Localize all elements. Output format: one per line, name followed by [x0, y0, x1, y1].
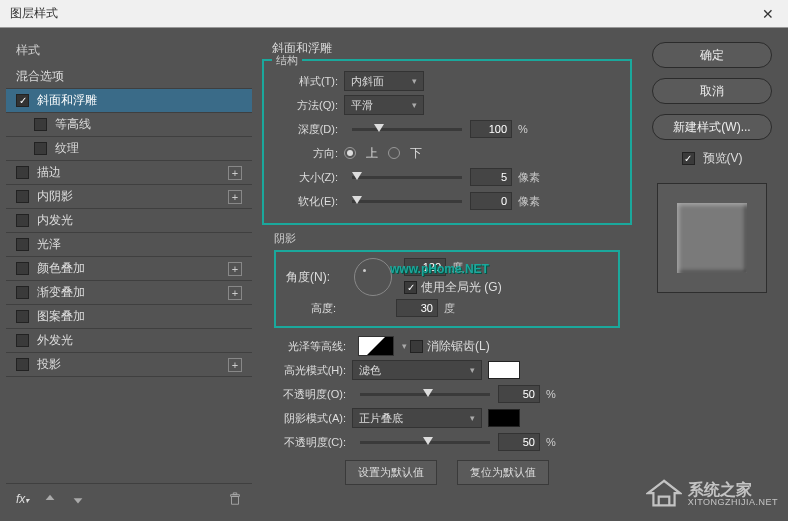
style-item-11[interactable]: 投影+	[6, 353, 252, 377]
antialias-checkbox[interactable]	[410, 340, 423, 353]
down-label: 下	[410, 145, 422, 162]
style-label: 渐变叠加	[37, 284, 85, 301]
close-button[interactable]: ✕	[748, 0, 788, 28]
preview-swatch	[677, 203, 747, 273]
style-item-6[interactable]: 光泽	[6, 233, 252, 257]
direction-up-radio[interactable]	[344, 147, 356, 159]
make-default-button[interactable]: 设置为默认值	[345, 460, 437, 485]
add-effect-icon[interactable]: +	[228, 262, 242, 276]
hl-pct: %	[546, 388, 576, 400]
structure-legend: 结构	[272, 53, 302, 68]
style-checkbox[interactable]	[16, 286, 29, 299]
style-checkbox[interactable]	[16, 238, 29, 251]
style-item-1[interactable]: 等高线	[6, 113, 252, 137]
shadow-opacity-slider[interactable]	[360, 441, 490, 444]
style-item-5[interactable]: 内发光	[6, 209, 252, 233]
soften-slider[interactable]	[352, 200, 462, 203]
style-label: 光泽	[37, 236, 61, 253]
add-effect-icon[interactable]: +	[228, 358, 242, 372]
angle-dial[interactable]	[354, 258, 392, 296]
ok-button[interactable]: 确定	[652, 42, 772, 68]
styles-list: 混合选项 ✓斜面和浮雕等高线纹理描边+内阴影+内发光光泽颜色叠加+渐变叠加+图案…	[6, 65, 252, 483]
styles-sidebar: 样式 混合选项 ✓斜面和浮雕等高线纹理描边+内阴影+内发光光泽颜色叠加+渐变叠加…	[6, 36, 252, 513]
add-effect-icon[interactable]: +	[228, 166, 242, 180]
depth-slider[interactable]	[352, 128, 462, 131]
trash-icon[interactable]	[228, 492, 242, 506]
direction-label: 方向:	[276, 146, 344, 161]
style-select[interactable]: 内斜面	[344, 71, 424, 91]
style-label: 描边	[37, 164, 61, 181]
altitude-input[interactable]	[396, 299, 438, 317]
highlight-mode-label: 高光模式(H):	[274, 363, 352, 378]
style-item-8[interactable]: 渐变叠加+	[6, 281, 252, 305]
style-checkbox[interactable]	[16, 310, 29, 323]
style-checkbox[interactable]	[34, 118, 47, 131]
move-down-icon[interactable]	[71, 492, 85, 506]
direction-down-radio[interactable]	[388, 147, 400, 159]
blending-options-label: 混合选项	[16, 68, 64, 85]
method-select[interactable]: 平滑	[344, 95, 424, 115]
angle-input[interactable]	[404, 258, 446, 276]
shadow-mode-select[interactable]: 正片叠底	[352, 408, 482, 428]
reset-default-button[interactable]: 复位为默认值	[457, 460, 549, 485]
style-label: 样式(T):	[276, 74, 344, 89]
highlight-color-swatch[interactable]	[488, 361, 520, 379]
style-checkbox[interactable]	[16, 214, 29, 227]
soften-label: 软化(E):	[276, 194, 344, 209]
soften-input[interactable]	[470, 192, 512, 210]
style-checkbox[interactable]	[16, 262, 29, 275]
style-checkbox[interactable]	[16, 190, 29, 203]
style-item-9[interactable]: 图案叠加	[6, 305, 252, 329]
size-input[interactable]	[470, 168, 512, 186]
shading-group: 阴影 角度(N): 度 使用全局光 (G)	[262, 231, 632, 495]
altitude-unit: 度	[444, 301, 474, 316]
preview-box	[657, 183, 767, 293]
highlight-opacity-label: 不透明度(O):	[274, 387, 352, 402]
sh-pct: %	[546, 436, 576, 448]
dialog-body: 样式 混合选项 ✓斜面和浮雕等高线纹理描边+内阴影+内发光光泽颜色叠加+渐变叠加…	[0, 28, 788, 521]
highlight-opacity-input[interactable]	[498, 385, 540, 403]
panel-header: 斜面和浮雕	[272, 40, 632, 57]
global-light-checkbox[interactable]	[404, 281, 417, 294]
add-effect-icon[interactable]: +	[228, 190, 242, 204]
style-checkbox[interactable]	[16, 166, 29, 179]
style-label: 等高线	[55, 116, 91, 133]
shadow-opacity-input[interactable]	[498, 433, 540, 451]
angle-unit: 度	[452, 260, 482, 275]
style-label: 斜面和浮雕	[37, 92, 97, 109]
settings-panel: 斜面和浮雕 结构 样式(T): 内斜面 方法(Q): 平滑 深度(D): % 方…	[252, 36, 642, 513]
depth-input[interactable]	[470, 120, 512, 138]
antialias-label: 消除锯齿(L)	[427, 338, 490, 355]
style-checkbox[interactable]	[16, 358, 29, 371]
size-slider[interactable]	[352, 176, 462, 179]
sidebar-header: 样式	[6, 36, 252, 65]
shadow-opacity-label: 不透明度(C):	[274, 435, 352, 450]
style-checkbox[interactable]	[16, 334, 29, 347]
contour-picker[interactable]: ▾	[358, 336, 394, 356]
global-light-label: 使用全局光 (G)	[421, 279, 502, 296]
depth-unit: %	[518, 123, 548, 135]
highlight-mode-select[interactable]: 滤色	[352, 360, 482, 380]
shadow-mode-label: 阴影模式(A):	[274, 411, 352, 426]
highlight-opacity-slider[interactable]	[360, 393, 490, 396]
style-item-10[interactable]: 外发光	[6, 329, 252, 353]
add-effect-icon[interactable]: +	[228, 286, 242, 300]
sidebar-footer: fx▾	[6, 483, 252, 513]
style-label: 纹理	[55, 140, 79, 157]
method-label: 方法(Q):	[276, 98, 344, 113]
new-style-button[interactable]: 新建样式(W)...	[652, 114, 772, 140]
action-panel: 确定 取消 新建样式(W)... 预览(V)	[642, 36, 782, 513]
preview-checkbox[interactable]	[682, 152, 695, 165]
cancel-button[interactable]: 取消	[652, 78, 772, 104]
style-item-4[interactable]: 内阴影+	[6, 185, 252, 209]
style-item-2[interactable]: 纹理	[6, 137, 252, 161]
style-item-0[interactable]: ✓斜面和浮雕	[6, 89, 252, 113]
move-up-icon[interactable]	[43, 492, 57, 506]
fx-menu-button[interactable]: fx▾	[16, 492, 29, 506]
style-item-3[interactable]: 描边+	[6, 161, 252, 185]
shadow-color-swatch[interactable]	[488, 409, 520, 427]
style-checkbox[interactable]	[34, 142, 47, 155]
style-checkbox[interactable]: ✓	[16, 94, 29, 107]
blending-options-item[interactable]: 混合选项	[6, 65, 252, 89]
style-item-7[interactable]: 颜色叠加+	[6, 257, 252, 281]
